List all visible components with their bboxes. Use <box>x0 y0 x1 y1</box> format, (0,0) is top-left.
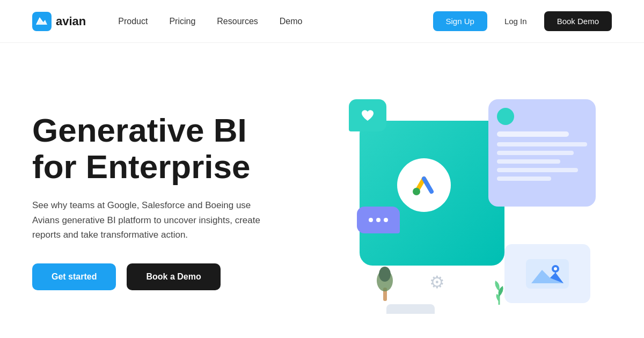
nav-link-resources[interactable]: Resources <box>217 17 258 26</box>
tree-decoration <box>373 263 397 306</box>
google-ads-logo <box>409 170 439 200</box>
get-started-button[interactable]: Get started <box>32 263 116 290</box>
dots-bubble <box>357 207 400 233</box>
plant-decoration <box>491 275 507 311</box>
nav-actions: Sign Up Log In Book Demo <box>433 11 612 31</box>
dot-2 <box>376 218 380 222</box>
hero-title: Generative BI for Enterprise <box>32 112 311 185</box>
svg-point-7 <box>379 267 391 282</box>
navbar: avian Product Pricing Resources Demo Sig… <box>0 0 644 43</box>
illustration-container: ⚙ <box>327 89 596 314</box>
logo-icon <box>32 12 52 31</box>
panel-line-3 <box>497 159 560 164</box>
panel-line-5 <box>497 177 551 181</box>
hero-content: Generative BI for Enterprise See why tea… <box>32 112 311 290</box>
hero-illustration: ⚙ <box>311 78 612 325</box>
heart-bubble <box>349 99 386 131</box>
podium <box>386 304 435 314</box>
photo-content <box>526 259 569 289</box>
right-panel-card <box>488 99 596 207</box>
photo-card <box>504 244 590 303</box>
svg-point-4 <box>554 267 557 270</box>
logo[interactable]: avian <box>32 12 86 31</box>
hero-subtitle: See why teams at Google, Salesforce and … <box>32 198 263 242</box>
panel-line-4 <box>497 168 578 172</box>
panel-lines <box>497 142 587 181</box>
logo-text: avian <box>56 14 86 28</box>
nav-links: Product Pricing Resources Demo <box>118 17 433 26</box>
tree-icon <box>373 263 397 304</box>
book-a-demo-button[interactable]: Book a Demo <box>127 263 220 290</box>
nav-link-pricing[interactable]: Pricing <box>169 17 195 26</box>
gear-decoration: ⚙ <box>429 272 445 292</box>
hero-buttons: Get started Book a Demo <box>32 263 311 290</box>
hero-section: Generative BI for Enterprise See why tea… <box>0 43 644 338</box>
ads-logo-circle <box>397 158 451 212</box>
heart-icon <box>360 108 375 122</box>
dot-1 <box>369 218 373 222</box>
nav-link-demo[interactable]: Demo <box>280 17 303 26</box>
book-demo-button[interactable]: Book Demo <box>544 11 612 31</box>
plant-icon <box>491 275 507 307</box>
panel-dot <box>497 108 514 125</box>
login-button[interactable]: Log In <box>496 11 536 31</box>
panel-line-1 <box>497 142 587 146</box>
nav-link-product[interactable]: Product <box>118 17 148 26</box>
panel-line-top <box>497 131 569 137</box>
svg-rect-2 <box>526 259 569 289</box>
svg-point-1 <box>413 188 420 195</box>
signup-button[interactable]: Sign Up <box>433 11 487 31</box>
mountain-icon <box>526 259 569 289</box>
dot-3 <box>384 218 388 222</box>
panel-line-2 <box>497 151 574 155</box>
